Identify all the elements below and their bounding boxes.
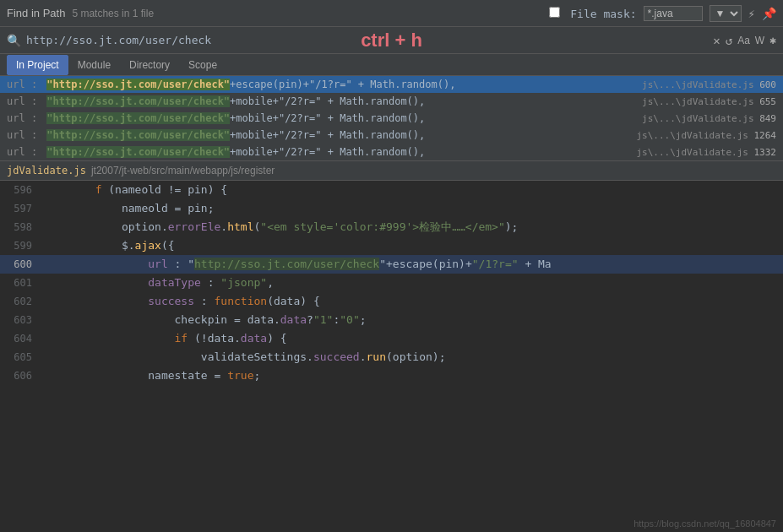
file-mask-input[interactable]	[644, 6, 703, 21]
code-line-597: 597 nameold = pin;	[0, 199, 783, 218]
result-row[interactable]: url : "http://sso.jt.com/user/check" +mo…	[0, 110, 783, 127]
line-content: checkpin = data.data?"1":"0";	[42, 311, 783, 329]
result-line-num: 600	[759, 79, 776, 90]
code-line-599: 599 $.ajax({	[0, 236, 783, 255]
result-row[interactable]: url : "http://sso.jt.com/user/check" +mo…	[0, 144, 783, 160]
result-highlight: "http://sso.jt.com/user/check"	[46, 95, 230, 107]
result-label: url :	[7, 146, 37, 158]
result-file: js\...\jdValidate.js 655	[625, 96, 776, 107]
result-highlight: "http://sso.jt.com/user/check"	[46, 129, 230, 141]
line-number: 603	[0, 311, 42, 329]
tabs-bar: In Project Module Directory Scope	[0, 54, 783, 76]
result-row[interactable]: url : "http://sso.jt.com/user/check" +es…	[0, 76, 783, 93]
code-area: 596 f (nameold != pin) { 597 nameold = p…	[0, 181, 783, 532]
line-content: $.ajax({	[42, 236, 783, 255]
code-breadcrumb: jt2007/jt-web/src/main/webapp/js/registe…	[91, 165, 275, 176]
result-line-num: 1332	[754, 147, 777, 158]
result-line-num: 1264	[754, 130, 777, 141]
pin-icon[interactable]: 📌	[762, 7, 776, 20]
code-line-604: 604 if (!data.data) {	[0, 329, 783, 348]
line-content: validateSettings.succeed.run(option);	[42, 348, 783, 366]
whole-word-button[interactable]: W	[755, 35, 764, 46]
result-prefix	[41, 129, 46, 141]
result-suffix: +escape(pin)+"/1?r=" + Math.random(),	[230, 79, 455, 90]
tab-in-project[interactable]: In Project	[7, 55, 68, 75]
line-content: dataType : "jsonp",	[42, 274, 783, 292]
line-content: if (!data.data) {	[42, 329, 783, 348]
code-line-605: 605 validateSettings.succeed.run(option)…	[0, 348, 783, 366]
result-suffix: +mobile+"/2?r=" + Math.random(),	[230, 112, 425, 124]
results-list: url : "http://sso.jt.com/user/check" +es…	[0, 76, 783, 161]
match-case-button[interactable]: Aa	[737, 35, 750, 46]
line-content: namestate = true;	[42, 366, 783, 385]
result-suffix: +mobile+"/2?r=" + Math.random(),	[230, 129, 425, 141]
result-suffix: +mobile+"/2?r=" + Math.random(),	[230, 146, 425, 158]
search-input[interactable]	[26, 34, 708, 46]
line-content: nameold = pin;	[42, 199, 783, 218]
code-filename: jdValidate.js	[7, 165, 86, 176]
tab-scope[interactable]: Scope	[179, 55, 226, 75]
line-number: 596	[0, 181, 42, 199]
line-number: 605	[0, 348, 42, 366]
code-header: jdValidate.js jt2007/jt-web/src/main/web…	[0, 161, 783, 181]
main-container: Find in Path 5 matches in 1 file File ma…	[0, 0, 783, 532]
code-line-603: 603 checkpin = data.data?"1":"0";	[0, 311, 783, 329]
search-icon: 🔍	[7, 34, 21, 47]
result-prefix	[41, 79, 46, 90]
line-content: option.errorEle.html("<em style='color:#…	[42, 218, 783, 236]
result-row[interactable]: url : "http://sso.jt.com/user/check" +mo…	[0, 127, 783, 144]
result-label: url :	[7, 129, 37, 141]
line-number: 602	[0, 292, 42, 311]
line-number: 597	[0, 199, 42, 218]
result-file: js\...\jdValidate.js 1264	[619, 130, 776, 141]
result-label: url :	[7, 79, 37, 90]
toolbar: Find in Path 5 matches in 1 file File ma…	[0, 0, 783, 27]
result-suffix: +mobile+"/2?r=" + Math.random(),	[230, 95, 425, 107]
line-number: 601	[0, 274, 42, 292]
result-line-num: 849	[759, 113, 776, 124]
search-history-icon[interactable]: ↺	[726, 34, 732, 47]
watermark: https://blog.csdn.net/qq_16804847	[633, 518, 776, 529]
result-line-num: 655	[759, 96, 776, 107]
file-mask-label: File mask:	[549, 7, 636, 20]
filter-icon[interactable]: ⚡	[748, 7, 755, 20]
result-row[interactable]: url : "http://sso.jt.com/user/check" +mo…	[0, 93, 783, 110]
file-mask-checkbox[interactable]	[549, 7, 560, 18]
result-highlight: "http://sso.jt.com/user/check"	[46, 79, 230, 90]
result-file: js\...\jdValidate.js 600	[625, 79, 776, 90]
result-label: url :	[7, 112, 37, 124]
line-number: 606	[0, 366, 42, 385]
line-number: 599	[0, 236, 42, 255]
code-line-598: 598 option.errorEle.html("<em style='col…	[0, 218, 783, 236]
line-content: success : function(data) {	[42, 292, 783, 311]
result-prefix	[41, 112, 46, 124]
line-number: 600	[0, 255, 42, 274]
result-prefix	[41, 146, 46, 158]
result-file: js\...\jdValidate.js 1332	[619, 147, 776, 158]
tab-module[interactable]: Module	[68, 55, 120, 75]
result-label: url :	[7, 95, 37, 107]
code-line-602: 602 success : function(data) {	[0, 292, 783, 311]
search-clear-icon[interactable]: ✕	[713, 34, 720, 47]
line-number: 604	[0, 329, 42, 348]
code-line-596: 596 f (nameold != pin) {	[0, 181, 783, 199]
regex-button[interactable]: ✱	[769, 34, 776, 46]
tab-directory[interactable]: Directory	[120, 55, 179, 75]
result-highlight: "http://sso.jt.com/user/check"	[46, 146, 230, 158]
code-line-601: 601 dataType : "jsonp",	[0, 274, 783, 292]
result-file: js\...\jdValidate.js 849	[625, 113, 776, 124]
toolbar-title: Find in Path	[7, 7, 65, 19]
line-number: 598	[0, 218, 42, 236]
line-content: url : "http://sso.jt.com/user/check"+esc…	[42, 255, 783, 274]
code-line-600: 600 url : "http://sso.jt.com/user/check"…	[0, 255, 783, 274]
result-prefix	[41, 95, 46, 107]
file-mask-dropdown[interactable]: ▼	[710, 5, 742, 22]
search-bar: 🔍 ctrl + h ✕ ↺ Aa W ✱	[0, 27, 783, 54]
result-highlight: "http://sso.jt.com/user/check"	[46, 112, 230, 124]
toolbar-matches: 5 matches in 1 file	[72, 8, 154, 19]
code-line-606: 606 namestate = true;	[0, 366, 783, 385]
line-content: f (nameold != pin) {	[42, 181, 783, 199]
